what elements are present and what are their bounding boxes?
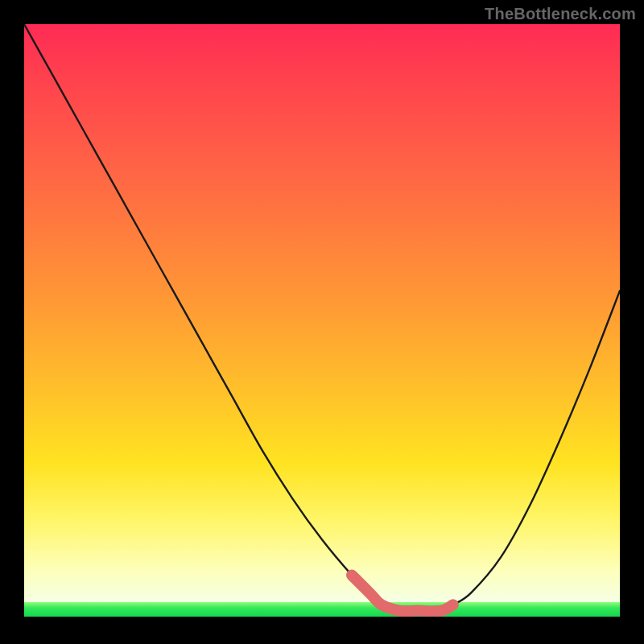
curve-svg <box>24 24 620 617</box>
chart-frame: TheBottleneck.com <box>0 0 644 644</box>
plot-area <box>24 24 620 617</box>
watermark-text: TheBottleneck.com <box>485 5 636 23</box>
optimal-range-marker <box>352 576 453 612</box>
bottleneck-curve-line <box>24 24 620 611</box>
